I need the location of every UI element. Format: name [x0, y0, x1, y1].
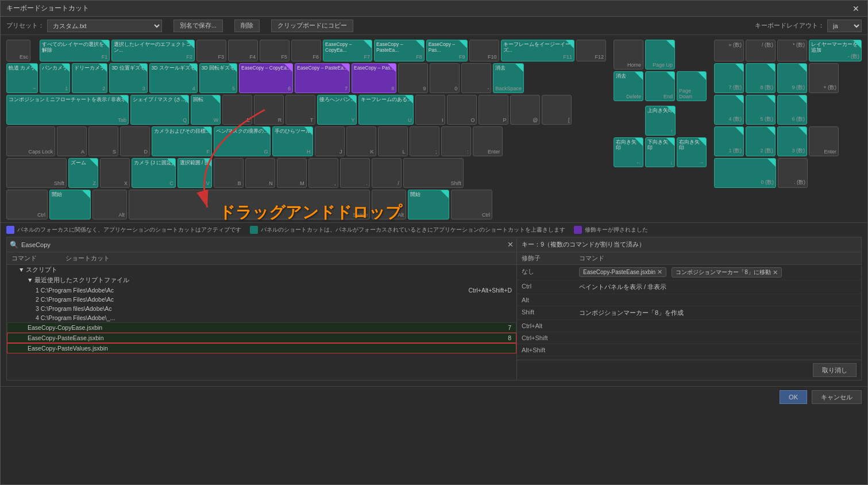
key-pagedown[interactable]: Page Down [677, 71, 707, 101]
cancel-button[interactable]: キャンセル [812, 390, 862, 404]
list-item-easecopy-paste[interactable]: EaseCopy-PasteEase.jsxbin 8 [7, 333, 516, 343]
key-2[interactable]: ドリーカメラ2 [72, 63, 107, 93]
list-item-easecopy-pastevalues[interactable]: EaseCopy-PasteValues.jsxbin [7, 343, 516, 353]
key-h[interactable]: 手のひらツールH [272, 126, 313, 156]
key-right[interactable]: 右向き矢印→ [677, 137, 707, 167]
search-input[interactable] [21, 241, 504, 248]
key-f1[interactable]: すべてのレイヤーの選択を解除F1 [40, 40, 110, 61]
key-m[interactable]: M [277, 158, 307, 188]
key-shift-l[interactable]: Shift [6, 158, 67, 188]
key-shift-r[interactable]: Shift [403, 158, 464, 188]
key-x[interactable]: X [100, 158, 130, 188]
key-num4[interactable]: 4 (数) [714, 95, 744, 125]
key-f5[interactable]: F5 [260, 40, 290, 61]
key-f6[interactable]: F6 [291, 40, 321, 61]
key-at[interactable]: @ [510, 95, 540, 125]
key-up[interactable]: 上向き矢印↑ [645, 106, 676, 136]
key-p[interactable]: P [479, 95, 508, 125]
ok-button[interactable]: OK [780, 390, 807, 404]
key-down[interactable]: 下向き矢印↓ [645, 137, 675, 167]
list-item-2[interactable]: 2 C:\Program Files\Adobe\Ac [7, 295, 516, 304]
key-d[interactable]: D [120, 126, 150, 156]
key-ctrl-l[interactable]: Ctrl [6, 190, 48, 220]
cancel-shortcut-button[interactable]: 取り消し [813, 363, 857, 377]
key-left[interactable]: 右向き矢印← [614, 137, 643, 167]
key-num-mul[interactable]: * (数) [777, 40, 807, 61]
key-f8[interactable]: EaseCopy – PasteEa...F8 [374, 40, 425, 61]
list-item-4[interactable]: 4 C:\Program Files\Adobe\_... [7, 313, 516, 322]
key-num-div[interactable]: / (数) [746, 40, 776, 61]
copy-clipboard-button[interactable]: クリップボードにコピー [271, 20, 353, 32]
key-ctrl-r[interactable]: Ctrl [451, 190, 492, 220]
key-num5[interactable]: 5 (数) [746, 95, 776, 125]
key-5[interactable]: 3D 回転ギズモ5 [199, 63, 237, 93]
key-s[interactable]: S [88, 126, 118, 156]
key-num2[interactable]: 2 (数) [746, 126, 776, 156]
key-num6[interactable]: 6 (数) [777, 95, 807, 125]
key-minus[interactable]: - [461, 63, 491, 93]
key-slash[interactable]: / [372, 158, 402, 188]
key-y[interactable]: 後ろへンパン...Y [317, 95, 357, 125]
key-num-plus[interactable]: + (数) [809, 63, 839, 93]
key-r[interactable]: R [254, 95, 284, 125]
key-z[interactable]: ズームZ [68, 158, 98, 188]
key-end[interactable]: End [645, 71, 675, 101]
key-num-dot[interactable]: . (数) [778, 158, 808, 188]
key-1[interactable]: パンカメラ1 [40, 63, 70, 93]
key-c[interactable]: カメラ (J に固定)C [132, 158, 176, 188]
layout-select[interactable]: ja [827, 20, 862, 32]
key-f4[interactable]: F4 [228, 40, 258, 61]
key-q[interactable]: シェイプ / マスク (さ...)Q [130, 95, 189, 125]
tag-remove2-button[interactable]: ✕ [773, 269, 778, 276]
key-f[interactable]: カメラおよびその目標...F [152, 126, 212, 156]
save-as-button[interactable]: 別名で保存... [173, 20, 223, 32]
key-l[interactable]: L [378, 126, 408, 156]
key-delete[interactable]: 消去Delete [614, 71, 643, 101]
key-j[interactable]: J [315, 126, 345, 156]
key-num1[interactable]: 1 (数) [714, 126, 744, 156]
key-3[interactable]: 3D 位置ギズモ3 [109, 63, 147, 93]
key-f2[interactable]: 選択したレイヤーのエフェクトコン...F2 [111, 40, 195, 61]
list-item-recent-category[interactable]: ▼ 最近使用したスクリプトファイル [7, 275, 516, 286]
key-pageup[interactable]: Page Up [645, 40, 675, 70]
key-9[interactable]: 9 [398, 63, 428, 93]
key-0[interactable]: 0 [430, 63, 460, 93]
key-semicolon[interactable]: ; [410, 126, 439, 156]
list-item-easecopy-copy[interactable]: EaseCopy-CopyEase.jsxbin 7 [7, 322, 516, 333]
key-home[interactable]: Home [614, 40, 643, 70]
key-a[interactable]: A [57, 126, 87, 156]
key-u[interactable]: キーフレームのある...U [358, 95, 414, 125]
key-num9[interactable]: 9 (数) [777, 63, 807, 93]
key-v[interactable]: 選択範囲 / 団V [178, 158, 212, 188]
key-colon[interactable]: : [441, 126, 471, 156]
key-f10[interactable]: F10 [469, 40, 499, 61]
key-f3[interactable]: F3 [196, 40, 226, 61]
key-o[interactable]: O [447, 95, 477, 125]
key-start-l[interactable]: 開始 [49, 190, 91, 220]
search-clear-button[interactable]: ✕ [507, 240, 514, 249]
key-bracket[interactable]: [ [542, 95, 572, 125]
preset-select[interactable]: カスタム.txt [47, 20, 162, 32]
key-e[interactable]: E [222, 95, 252, 125]
list-item-script-category[interactable]: ▼ スクリプト [7, 265, 516, 275]
key-i[interactable]: I [415, 95, 445, 125]
key-alt-l[interactable]: Alt [92, 190, 127, 220]
key-6[interactable]: EaseCopy – CopyEa...6 [239, 63, 293, 93]
key-f12[interactable]: F12 [576, 40, 606, 61]
key-capslock[interactable]: Caps Lock [6, 126, 55, 156]
delete-button[interactable]: 削除 [234, 20, 260, 32]
key-num-enter[interactable]: Enter [809, 126, 839, 156]
tag-remove-button[interactable]: ✕ [657, 268, 662, 276]
key-tilde[interactable]: 軌道 カメラ~ [6, 63, 38, 93]
key-tab[interactable]: コンポジションミニフローチャートを表示 / 非表示Tab [6, 95, 129, 125]
close-button[interactable]: ✕ [850, 4, 862, 13]
key-8[interactable]: EaseCopy – Pas...8 [352, 63, 396, 93]
key-num-eq[interactable]: = (数) [714, 40, 744, 61]
key-backspace[interactable]: 消去BackSpace [493, 63, 524, 93]
key-enter[interactable]: Enter [473, 126, 503, 156]
key-num-minus[interactable]: レイヤーマーカーを追加- (数) [809, 40, 862, 61]
key-space[interactable]: Space [129, 190, 370, 220]
key-esc[interactable]: Esc [6, 40, 30, 61]
key-f9[interactable]: EaseCopy – Pas...F9 [426, 40, 468, 61]
key-f7[interactable]: EaseCopy – CopyEa...F7 [323, 40, 372, 61]
